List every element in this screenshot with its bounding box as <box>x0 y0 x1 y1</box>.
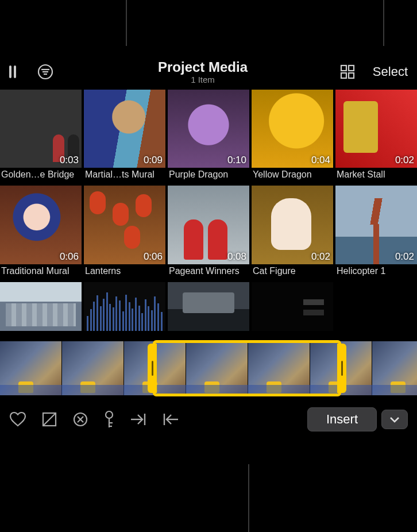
clip-thumbnail[interactable]: 0:02 <box>252 186 333 264</box>
browser-header: Project Media 1 Item Select <box>0 55 417 90</box>
clip-thumbnail[interactable]: 0:02 <box>335 90 417 168</box>
action-toolbar: Insert <box>0 401 417 438</box>
clip-cell[interactable]: 0:02 Cat Figure <box>252 186 333 279</box>
page-title: Project Media <box>95 59 310 75</box>
clip-cell[interactable] <box>168 282 249 331</box>
clip-duration: 0:09 <box>144 155 163 166</box>
filmstrip-area <box>0 341 417 401</box>
clip-label: Yellow Dragon <box>252 168 333 183</box>
audio-waveform-track <box>0 385 417 395</box>
clip-label: Market Stall <box>335 168 417 183</box>
clip-cell[interactable]: 0:02 Helicopter 1 <box>335 186 417 279</box>
insert-menu-button[interactable] <box>381 410 408 429</box>
clip-cell[interactable] <box>252 282 333 331</box>
media-grid-row3 <box>0 282 417 331</box>
svg-rect-7 <box>349 73 354 78</box>
clear-rating-button[interactable] <box>72 411 88 427</box>
clip-thumbnail[interactable]: 0:06 <box>84 186 165 264</box>
clip-duration: 0:02 <box>395 251 414 263</box>
clip-cell[interactable]: 0:08 Pageant Winners <box>168 186 249 279</box>
clip-duration: 0:08 <box>227 251 246 263</box>
clip-label: Lanterns <box>84 264 165 280</box>
clip-thumbnail[interactable] <box>252 282 333 331</box>
clip-label: Traditional Mural <box>0 264 82 280</box>
view-mode-button[interactable] <box>339 64 356 80</box>
clip-cell[interactable]: 0:06 Traditional Mural <box>0 186 82 279</box>
clip-thumbnail[interactable]: 0:09 <box>84 90 165 168</box>
insert-button[interactable]: Insert <box>307 407 377 431</box>
svg-rect-5 <box>349 65 354 71</box>
clip-duration: 0:04 <box>311 155 330 166</box>
clip-label: Martial…ts Mural <box>84 168 165 183</box>
clip-label: Purple Dragon <box>168 168 249 183</box>
clip-thumbnail[interactable]: 0:10 <box>168 90 249 168</box>
clip-thumbnail[interactable]: 0:03 <box>0 90 82 168</box>
mark-in-button[interactable] <box>130 413 147 426</box>
clip-cell[interactable]: 0:03 Golden…e Bridge <box>0 90 82 183</box>
mark-out-button[interactable] <box>162 413 179 426</box>
clip-thumbnail[interactable] <box>0 282 82 331</box>
svg-rect-4 <box>341 65 346 71</box>
clip-cell[interactable] <box>0 282 82 331</box>
clip-duration: 0:03 <box>60 155 79 166</box>
clip-thumbnail[interactable]: 0:04 <box>252 90 333 168</box>
clip-thumbnail[interactable]: 0:08 <box>168 186 249 264</box>
clip-cell[interactable]: 0:04 Yellow Dragon <box>252 90 333 183</box>
clip-duration: 0:06 <box>144 251 163 263</box>
clip-duration: 0:02 <box>395 155 414 166</box>
filmstrip[interactable] <box>0 341 417 395</box>
sidebar-toggle-button[interactable] <box>9 65 20 78</box>
annotation-line-top-left <box>126 0 127 46</box>
clip-label: Golden…e Bridge <box>0 168 82 183</box>
clip-duration: 0:02 <box>311 251 330 263</box>
filter-button[interactable] <box>37 63 54 80</box>
annotation-line-top-right <box>383 0 384 46</box>
select-button[interactable]: Select <box>373 64 408 79</box>
svg-point-13 <box>106 411 113 418</box>
svg-line-9 <box>43 413 56 426</box>
clip-cell[interactable]: 0:10 Purple Dragon <box>168 90 249 183</box>
annotation-line-bottom <box>248 464 249 532</box>
keyword-button[interactable] <box>103 410 115 429</box>
clip-cell[interactable]: 0:02 Market Stall <box>335 90 417 183</box>
favorite-button[interactable] <box>9 411 26 427</box>
svg-rect-6 <box>341 73 346 78</box>
reject-button[interactable] <box>41 411 57 427</box>
clip-thumbnail[interactable]: 0:06 <box>0 186 82 264</box>
clip-label: Helicopter 1 <box>335 264 417 280</box>
clip-duration: 0:06 <box>60 251 79 263</box>
clip-thumbnail[interactable] <box>168 282 249 331</box>
clip-cell[interactable] <box>84 282 165 331</box>
clip-label: Pageant Winners <box>168 264 249 280</box>
clip-cell[interactable]: 0:06 Lanterns <box>84 186 165 279</box>
clip-cell[interactable]: 0:09 Martial…ts Mural <box>84 90 165 183</box>
media-grid: 0:03 Golden…e Bridge 0:09 Martial…ts Mur… <box>0 90 417 280</box>
clip-thumbnail[interactable]: 0:02 <box>335 186 417 264</box>
clip-label: Cat Figure <box>252 264 333 280</box>
audio-clip-thumbnail[interactable] <box>84 282 165 331</box>
clip-duration: 0:10 <box>227 155 246 166</box>
item-count: 1 Item <box>95 75 310 84</box>
